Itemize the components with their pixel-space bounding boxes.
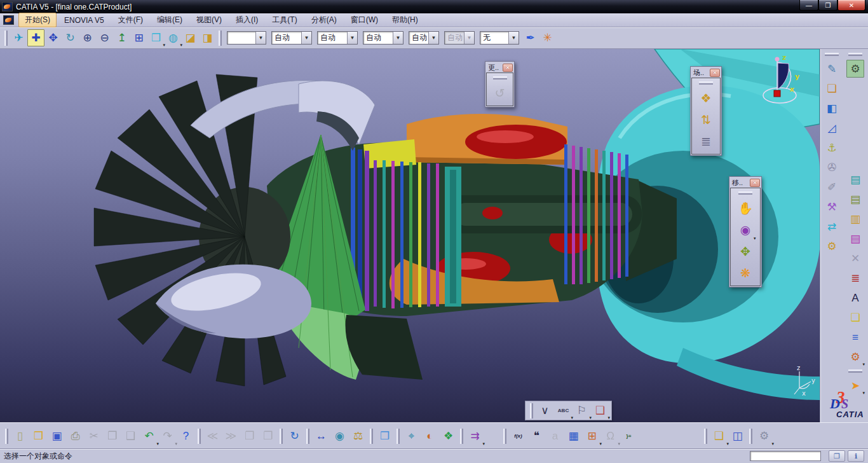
measure-between-icon[interactable]: ↔ xyxy=(312,427,330,445)
redo-icon[interactable]: ↷▾ xyxy=(158,427,177,445)
toolbar-handle[interactable] xyxy=(848,370,862,373)
dropdown-caret-icon[interactable]: ▾ xyxy=(482,441,485,446)
export-document-icon[interactable]: ▥ xyxy=(846,210,864,228)
measure-item-icon[interactable]: ◉ xyxy=(330,427,349,445)
compass[interactable]: z y x xyxy=(758,52,809,108)
explode-icon[interactable]: ✥ xyxy=(736,242,756,261)
import-document-icon[interactable]: ▤ xyxy=(846,230,864,247)
toolbar-handle[interactable] xyxy=(306,429,309,444)
move-floating-toolbar[interactable]: 移.. ✕ ✋◉▾✥❋ xyxy=(729,176,762,287)
fly-mode-icon[interactable]: ✈ xyxy=(10,29,27,46)
toolbar-handle[interactable] xyxy=(704,429,707,444)
knowledge-info-button[interactable]: ℹ xyxy=(848,450,864,462)
open-folder-icon[interactable]: ❒ xyxy=(29,427,48,445)
distance-band-icon[interactable]: ◧ xyxy=(823,99,841,117)
move-toolbar-titlebar[interactable]: 移.. ✕ xyxy=(730,177,761,188)
toolbar-handle[interactable] xyxy=(4,31,8,46)
knowledge-gear-n-icon[interactable]: ⚙▾ xyxy=(846,348,864,366)
new-from-document-icon[interactable]: ▤ xyxy=(846,170,864,188)
toolbar-handle[interactable] xyxy=(370,429,373,444)
formula-icon[interactable]: f(x) xyxy=(509,427,527,445)
enhanced-scene-bottom-icon[interactable]: ⌖ xyxy=(402,427,421,445)
knowledge-inspector-icon[interactable]: ⚙▾ xyxy=(755,427,773,445)
wizard-icon[interactable]: ✳ xyxy=(539,29,556,46)
snap-icon[interactable]: ◉▾ xyxy=(736,220,756,240)
comment-icon[interactable]: ❝ xyxy=(527,427,546,445)
catia-menu-icon[interactable] xyxy=(3,15,14,25)
whats-this-icon[interactable]: ? xyxy=(177,427,195,445)
marker-pen-icon[interactable]: ✐ xyxy=(823,178,841,196)
turntable-icon[interactable]: ↻ xyxy=(285,427,304,445)
fit-all-icon[interactable]: ✚ xyxy=(27,29,44,46)
new-document-icon[interactable]: ▯ xyxy=(11,427,29,445)
enhanced-scene-icon[interactable]: ❖ xyxy=(696,88,716,108)
scene-browser-icon[interactable]: ≣ xyxy=(696,132,716,151)
close-icon[interactable]: ✕ xyxy=(750,179,760,187)
menu-window[interactable]: 窗口(W) xyxy=(344,13,384,27)
applications-gears-icon[interactable]: ⚙ xyxy=(846,60,864,78)
command-input[interactable] xyxy=(750,451,821,461)
chevron-down-icon[interactable]: ▼ xyxy=(393,32,403,44)
window-layout-icon[interactable]: ❏ xyxy=(846,308,864,326)
snap-grid-icon[interactable]: ⇉▾ xyxy=(466,427,484,445)
paste-icon[interactable]: ❑ xyxy=(121,427,140,445)
close-button[interactable]: ✕ xyxy=(837,0,865,11)
pan-icon[interactable]: ✥ xyxy=(44,29,62,46)
equivalent-dimensions-icon[interactable]: }= xyxy=(620,427,638,445)
fasteners-icon[interactable]: ⚒ xyxy=(823,198,841,216)
clash-stop-manipulate-icon[interactable]: ❋ xyxy=(736,263,756,283)
chevron-down-icon[interactable]: ▼ xyxy=(301,32,311,44)
toolbar-handle[interactable] xyxy=(699,81,713,85)
apply-scene-icon[interactable]: ⇅ xyxy=(696,110,716,130)
anchor-icon[interactable]: ⚓ xyxy=(823,139,841,156)
swap-visible-space-icon[interactable]: ◨ xyxy=(199,29,216,46)
render-style-icon[interactable]: ◍▾ xyxy=(165,29,182,46)
dropdown-caret-icon[interactable]: ▾ xyxy=(607,415,610,420)
point-symbol-combo[interactable]: 自动 ▼ xyxy=(409,31,439,45)
hide-show-swap-icon[interactable]: ◫ xyxy=(728,427,747,445)
fly-forward-icon[interactable]: ≫ xyxy=(222,427,240,445)
weld-symbol-icon[interactable]: ∨ xyxy=(536,402,554,419)
menu-enovia[interactable]: ENOVIA V5 xyxy=(58,14,111,27)
normal-view-icon[interactable]: ↥ xyxy=(113,29,130,46)
scene-toolbar-titlebar[interactable]: 场.. ✕ xyxy=(691,67,721,78)
dropdown-caret-icon[interactable]: ▾ xyxy=(862,362,865,367)
toolbar-handle[interactable] xyxy=(460,429,463,444)
menu-insert[interactable]: 插入(I) xyxy=(229,13,264,27)
copy-icon[interactable]: ❐ xyxy=(103,427,121,445)
hide-show-icon[interactable]: ◪ xyxy=(182,29,199,46)
toolbar-handle[interactable] xyxy=(198,429,201,444)
reorder-tree-icon[interactable]: ≣ xyxy=(846,269,864,287)
chevron-down-icon[interactable]: ▼ xyxy=(255,32,266,44)
toolbar-handle[interactable] xyxy=(397,429,400,444)
broken-links-icon[interactable]: ✕ xyxy=(846,249,864,267)
menu-tools[interactable]: 工具(T) xyxy=(266,13,303,27)
annotation-3d-icon[interactable]: ❑▾ xyxy=(591,402,609,419)
update-gears-icon[interactable]: ⚙ xyxy=(823,237,841,255)
sectioning-box-icon[interactable]: ❏ xyxy=(823,79,841,97)
camera-prev-icon[interactable]: ❐ xyxy=(240,427,259,445)
attach-clip-icon[interactable]: ✇ xyxy=(823,158,841,176)
measure-setsquare-icon[interactable]: ◿ xyxy=(823,119,841,137)
publication-key-icon[interactable]: ❑▾ xyxy=(710,427,728,445)
lock-icon[interactable]: Ω▾ xyxy=(601,427,620,445)
toolbar-handle[interactable] xyxy=(749,429,752,444)
close-icon[interactable]: ✕ xyxy=(503,64,513,72)
menu-help[interactable]: 帮助(H) xyxy=(386,13,424,27)
fly-back-icon[interactable]: ≪ xyxy=(203,427,222,445)
copy-graphic-properties-icon[interactable]: ✒ xyxy=(522,29,539,46)
scene-floating-toolbar[interactable]: 场.. ✕ ❖⇅≣ xyxy=(690,66,722,156)
rotate-icon[interactable]: ↻ xyxy=(62,29,79,46)
menu-edit[interactable]: 编辑(E) xyxy=(151,13,189,27)
zoom-out-icon[interactable]: ⊖ xyxy=(96,29,113,46)
toolbar-handle[interactable] xyxy=(848,53,862,56)
minimize-button[interactable]: — xyxy=(799,0,818,11)
menu-analyze[interactable]: 分析(A) xyxy=(305,13,343,27)
catalog-icon[interactable]: a xyxy=(546,427,564,445)
apply-material-icon[interactable]: ❖ xyxy=(439,427,458,445)
chevron-down-icon[interactable]: ▼ xyxy=(428,32,438,44)
menu-file[interactable]: 文件(F) xyxy=(112,13,149,27)
layer-combo[interactable]: 无 ▼ xyxy=(480,31,519,45)
title-bar[interactable]: CATIA V5 - [final one.CATProduct] — ❐ ✕ xyxy=(0,0,868,13)
close-icon[interactable]: ✕ xyxy=(710,69,720,77)
